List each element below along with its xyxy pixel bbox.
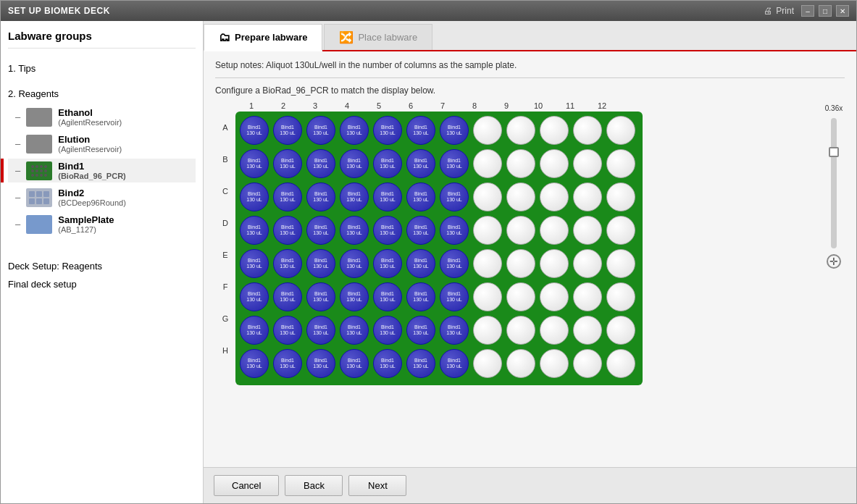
table-row — [506, 182, 535, 211]
table-row — [606, 249, 635, 278]
col-h-8: 8 — [459, 101, 490, 110]
table-row: Bind1130 uL — [373, 349, 402, 378]
table-row: Bind1130 uL — [340, 249, 369, 278]
table-row — [473, 349, 502, 378]
table-row — [506, 249, 535, 278]
sampleplate-icon — [26, 215, 52, 234]
table-row: Bind1130 uL — [406, 216, 435, 245]
table-row — [606, 349, 635, 378]
table-row — [540, 349, 569, 378]
active-indicator — [1, 159, 4, 182]
sidebar-item-ethanol[interactable]: – Ethanol (AgilentReservoir) — [8, 105, 196, 129]
zoom-slider-track[interactable] — [831, 118, 837, 248]
table-row — [540, 249, 569, 278]
col-h-11: 11 — [554, 101, 586, 110]
place-labware-icon: 🔀 — [339, 30, 354, 44]
sidebar-section-1: 1. Tips — [8, 63, 196, 74]
table-row — [473, 149, 502, 178]
table-row: Bind1130 uL — [340, 216, 369, 245]
table-row — [540, 182, 569, 211]
table-row: Bind1130 uL — [240, 282, 269, 311]
maximize-button[interactable]: □ — [819, 5, 832, 17]
sidebar-item-bind2[interactable]: – Bind2 (BCDeep96Round) — [8, 185, 196, 209]
sidebar-title: Labware groups — [8, 30, 196, 49]
back-button[interactable]: Back — [285, 475, 343, 496]
row-headers: A B C D E F G H — [215, 112, 235, 385]
sidebar-item-bind1[interactable]: – Bind1 (BioRad_96_PCR) — [8, 159, 196, 182]
table-row: Bind1130 uL — [373, 182, 402, 211]
table-row — [506, 349, 535, 378]
content-area: Setup notes: Aliquot 130uL/well in the n… — [204, 51, 856, 467]
plate-container: 1 2 3 4 5 6 7 8 9 10 11 12 — [215, 101, 845, 458]
grid-icon — [31, 165, 47, 177]
zoom-slider-area: 0.36x ✛ — [823, 101, 845, 458]
table-row: Bind1130 uL — [406, 116, 435, 145]
row-h-g: G — [215, 303, 235, 335]
configure-label: Configure a BioRad_96_PCR to match the d… — [215, 85, 845, 96]
table-row: Bind1130 uL — [373, 216, 402, 245]
right-panel: 🗂 Prepare labware 🔀 Place labware Setup … — [204, 21, 856, 503]
table-row: Bind1130 uL — [273, 216, 302, 245]
dash-ethanol: – — [15, 112, 20, 122]
col-headers: 1 2 3 4 5 6 7 8 9 10 11 12 — [235, 101, 817, 110]
tab-prepare-label: Prepare labware — [235, 32, 307, 43]
table-row — [573, 282, 602, 311]
col-h-3: 3 — [299, 101, 331, 110]
table-row: Bind1130 uL — [240, 316, 269, 345]
elution-name: Elution — [58, 134, 122, 145]
print-button[interactable]: 🖨 Print — [764, 6, 794, 16]
tab-prepare[interactable]: 🗂 Prepare labware — [204, 24, 322, 51]
title-bar-controls: 🖨 Print – □ ✕ — [764, 5, 849, 17]
table-row — [606, 282, 635, 311]
table-row: Bind1130 uL — [240, 182, 269, 211]
elution-icon — [26, 135, 52, 154]
row-h-f: F — [215, 271, 235, 303]
sidebar-item-sampleplate[interactable]: – SamplePlate (AB_1127) — [8, 212, 196, 236]
table-row — [473, 182, 502, 211]
table-row: Bind1130 uL — [273, 249, 302, 278]
table-row — [473, 282, 502, 311]
plate-grid: Bind1130 uLBind1130 uLBind1130 uLBind113… — [235, 112, 643, 385]
table-row: Bind1130 uL — [406, 316, 435, 345]
sampleplate-name: SamplePlate — [58, 214, 114, 225]
table-row: Bind1130 uL — [306, 182, 335, 211]
pan-icon[interactable]: ✛ — [827, 254, 841, 269]
table-row — [606, 216, 635, 245]
table-row — [606, 316, 635, 345]
table-row: Bind1130 uL — [240, 249, 269, 278]
table-row: Bind1130 uL — [306, 149, 335, 178]
table-row: Bind1130 uL — [306, 349, 335, 378]
zoom-slider-thumb[interactable] — [829, 147, 839, 157]
col-h-5: 5 — [363, 101, 395, 110]
table-row: Bind1130 uL — [273, 149, 302, 178]
col-h-2: 2 — [267, 101, 299, 110]
table-row — [506, 149, 535, 178]
ethanol-sub: (AgilentReservoir) — [58, 118, 122, 127]
minimize-button[interactable]: – — [801, 5, 814, 17]
next-button[interactable]: Next — [348, 475, 406, 496]
row-h-a: A — [215, 112, 235, 143]
sidebar-item-elution[interactable]: – Elution (AgilentReservoir) — [8, 132, 196, 156]
ethanol-icon — [26, 108, 52, 127]
table-row: Bind1130 uL — [440, 316, 469, 345]
table-row — [506, 282, 535, 311]
table-row: Bind1130 uL — [440, 116, 469, 145]
tab-place[interactable]: 🔀 Place labware — [324, 24, 432, 50]
table-row — [573, 316, 602, 345]
dash-bind2: – — [15, 192, 20, 203]
table-row: Bind1130 uL — [373, 149, 402, 178]
close-button[interactable]: ✕ — [836, 5, 849, 17]
row-h-d: D — [215, 207, 235, 239]
sidebar-section-2: 2. Reagents — [8, 88, 196, 99]
zoom-label: 0.36x — [825, 104, 843, 112]
table-row: Bind1130 uL — [340, 282, 369, 311]
bind1-sub: (BioRad_96_PCR) — [58, 172, 126, 180]
bind1-name: Bind1 — [58, 161, 126, 172]
print-label: Print — [776, 6, 794, 16]
table-row — [540, 216, 569, 245]
bind2-sub: (BCDeep96Round) — [58, 198, 126, 207]
cancel-button[interactable]: Cancel — [214, 475, 279, 496]
table-row: Bind1130 uL — [406, 349, 435, 378]
plate-area: 1 2 3 4 5 6 7 8 9 10 11 12 — [215, 101, 817, 458]
final-deck-label: Final deck setup — [8, 279, 196, 290]
